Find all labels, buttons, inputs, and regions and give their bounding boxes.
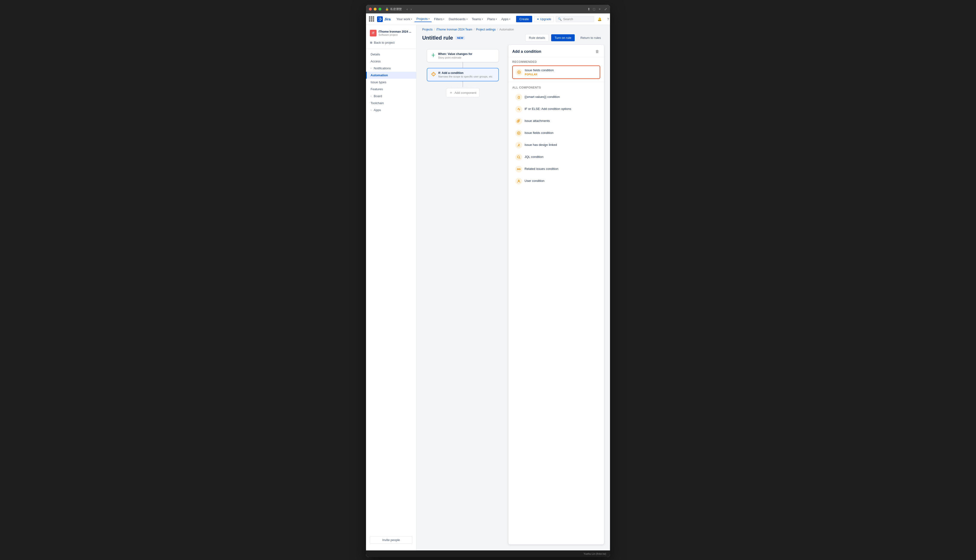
svg-line-8 [520, 158, 520, 158]
svg-point-10 [519, 168, 520, 170]
popular-badge: POPULAR [525, 73, 554, 76]
nav-teams[interactable]: Teams ▾ [470, 16, 485, 22]
condition-item-smart-values[interactable]: {} {{smart values}} condition [512, 91, 600, 103]
breadcrumb-team[interactable]: iThome Ironman 2024 Team [436, 28, 472, 31]
create-button[interactable]: Create [516, 16, 532, 22]
condition-icon-related-issues [515, 166, 522, 173]
panel-all-section: All components {} {{smart values}} condi… [508, 83, 604, 189]
condition-item-user[interactable]: User condition [512, 175, 600, 187]
fullscreen-icon[interactable]: ⤢ [604, 7, 607, 11]
search-box[interactable]: 🔍 Search [556, 16, 594, 22]
project-info: iThome Ironman 2024 ... Software project [378, 30, 411, 36]
share-icon[interactable]: ⬆ [587, 7, 590, 11]
tab-icon[interactable]: ＋ [598, 7, 602, 11]
condition-icon-attachments [515, 118, 522, 125]
titlebar-title: 🔒 私密瀏覽 [385, 7, 402, 11]
invite-people-button[interactable]: Invite people [370, 536, 412, 544]
nav-plans[interactable]: Plans ▾ [485, 16, 499, 22]
rule-canvas: When: Value changes for Story point esti… [422, 44, 503, 545]
bookmark-icon[interactable]: □ [593, 7, 595, 11]
sidebar-item-issue-types[interactable]: Issue types [366, 79, 416, 86]
nav-filters[interactable]: Filters ▾ [432, 16, 446, 22]
jira-logo[interactable]: Jira [377, 16, 391, 22]
main-nav: Your work ▾ Projects ▾ Filters ▾ Dashboa… [394, 16, 512, 22]
notifications-button[interactable]: 🔔 [596, 16, 603, 23]
sidebar-item-toolchain[interactable]: Toolchain [366, 100, 416, 107]
nav-dashboards[interactable]: Dashboards ▾ [447, 16, 469, 22]
condition-text-jql: JQL condition [525, 155, 543, 159]
rule-workspace: When: Value changes for Story point esti… [416, 44, 610, 550]
breadcrumb-settings[interactable]: Project settings [476, 28, 496, 31]
condition-item-attachments[interactable]: Issue attachments [512, 115, 600, 127]
page-title: Untitled rule [422, 35, 453, 41]
sidebar-item-details[interactable]: Details [366, 51, 416, 58]
titlebar: 🔒 私密瀏覽 ‹ › ⬆ □ ＋ ⤢ [366, 5, 610, 13]
trigger-node[interactable]: When: Value changes for Story point esti… [427, 49, 499, 62]
flow-connector [463, 62, 463, 68]
sidebar-item-access[interactable]: Access [366, 58, 416, 65]
header-actions: Rule details Turn on rule Return to rule… [525, 34, 604, 42]
page-header: Untitled rule NEW Rule details Turn on r… [416, 31, 610, 44]
search-icon: 🔍 [558, 17, 562, 21]
help-button[interactable]: ? [605, 16, 610, 23]
top-navigation: Jira Your work ▾ Projects ▾ Filters ▾ Da… [366, 13, 610, 25]
nav-your-work[interactable]: Your work ▾ [394, 16, 414, 22]
plus-icon: ＋ [449, 90, 453, 95]
close-button[interactable] [369, 8, 372, 10]
panel-delete-button[interactable]: 🗑 [594, 48, 600, 55]
chevron-icon: ▾ [466, 18, 468, 20]
footer-bar: Yuehu Lin (fntsr.tw) [366, 550, 610, 557]
sidebar-item-board[interactable]: › Board [366, 93, 416, 100]
condition-text-smart-values: {{smart values}} condition [525, 95, 560, 99]
condition-item-related-issues[interactable]: Related issues condition [512, 163, 600, 175]
back-nav-button[interactable]: ‹ [406, 7, 409, 12]
nav-projects[interactable]: Projects ▾ [414, 16, 431, 22]
panel-header: Add a condition 🗑 [508, 45, 604, 57]
project-icon: iT [370, 30, 376, 37]
condition-text-issue-fields-2: Issue fields condition [525, 131, 553, 135]
rule-details-button[interactable]: Rule details [525, 34, 549, 42]
breadcrumb-current: Automation [499, 28, 514, 31]
svg-point-4 [433, 75, 434, 75]
condition-node[interactable]: If: Add a condition Narrows the scope to… [427, 68, 499, 81]
sidebar-item-automation[interactable]: Automation [366, 72, 416, 79]
sidebar-item-features[interactable]: Features [366, 86, 416, 93]
minimize-button[interactable] [374, 8, 376, 10]
sidebar: iT iThome Ironman 2024 ... Software proj… [366, 25, 416, 550]
condition-icon [431, 72, 436, 78]
breadcrumb-sep: / [474, 28, 475, 31]
condition-item-issue-fields-recommended[interactable]: Issue fields condition POPULAR [512, 65, 600, 79]
svg-point-9 [517, 168, 518, 170]
jira-icon [377, 16, 383, 22]
sidebar-project: iT iThome Ironman 2024 ... Software proj… [366, 28, 416, 39]
sidebar-item-apps[interactable]: › Apps [366, 107, 416, 113]
content-area: Projects / iThome Ironman 2024 Team / Pr… [416, 25, 610, 550]
page-title-row: Untitled rule NEW [422, 35, 465, 41]
panel-title: Add a condition [512, 50, 541, 54]
condition-icon-issue-fields [516, 69, 522, 76]
condition-node-content: If: Add a condition Narrows the scope to… [438, 71, 493, 78]
condition-item-issue-fields[interactable]: Issue fields condition [512, 127, 600, 139]
back-to-project[interactable]: ⊕ Back to project [366, 39, 416, 46]
sidebar-item-notifications[interactable]: › Notifications [366, 65, 416, 72]
condition-item-design-linked[interactable]: Issue has design linked [512, 139, 600, 151]
all-components-label: All components [512, 86, 600, 89]
nav-apps[interactable]: Apps ▾ [499, 16, 512, 22]
add-component-button[interactable]: ＋ Add component [446, 88, 480, 97]
recommended-label: Recommended [512, 60, 600, 63]
breadcrumb-projects[interactable]: Projects [422, 28, 433, 31]
return-to-rules-button[interactable]: Return to rules [577, 34, 604, 41]
condition-text-issue-fields: Issue fields condition POPULAR [525, 68, 554, 76]
maximize-button[interactable] [378, 8, 381, 10]
condition-node-subtitle: Narrows the scope to specific user group… [438, 75, 493, 78]
new-badge: NEW [455, 36, 465, 40]
upgrade-button[interactable]: ✦ Upgrade [534, 16, 554, 22]
forward-nav-button[interactable]: › [410, 7, 413, 12]
condition-item-if-else[interactable]: IF or ELSE: Add condition options [512, 103, 600, 115]
project-type: Software project [378, 33, 411, 36]
footer-text: Yuehu Lin (fntsr.tw) [583, 552, 606, 555]
condition-item-jql[interactable]: JQL condition [512, 151, 600, 163]
arrow-icon: › [371, 95, 371, 97]
turn-on-rule-button[interactable]: Turn on rule [551, 34, 575, 41]
apps-grid-icon[interactable] [369, 16, 374, 22]
